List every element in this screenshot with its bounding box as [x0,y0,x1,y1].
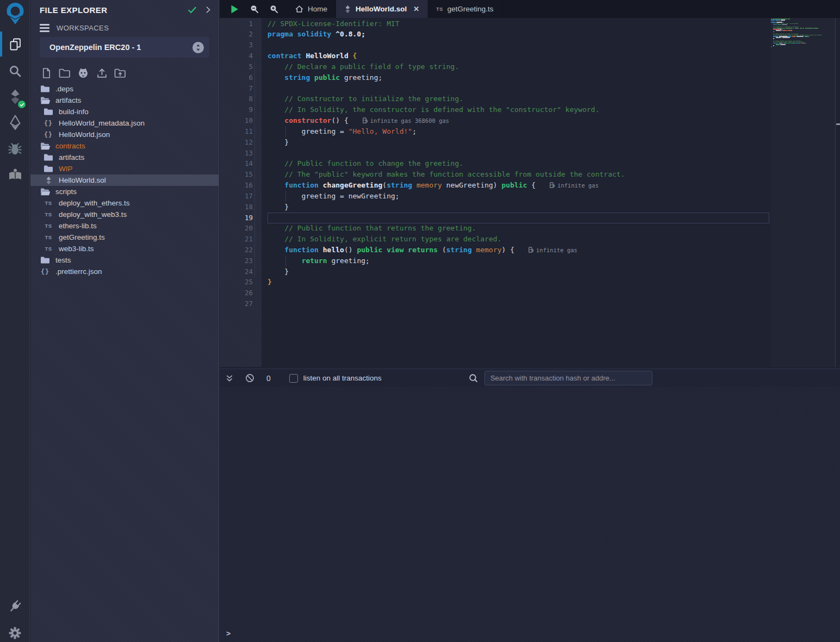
line-number[interactable]: 1 [220,18,253,29]
code-line[interactable]: 4contract HelloWorld { [220,51,840,61]
line-number[interactable]: 24 [220,266,253,277]
zoom-in-icon[interactable] [267,3,279,15]
tree-item-wip[interactable]: WIP [30,163,219,174]
sidebar-item-plugin-manager[interactable] [0,594,30,619]
terminal-search-input[interactable] [484,371,652,385]
line-number[interactable]: 19 [220,213,253,223]
line-number[interactable]: 2 [220,29,253,40]
tree-item-prettierrc-json[interactable]: {}.prettierrc.json [30,266,219,277]
github-icon[interactable] [77,66,90,79]
line-number[interactable]: 8 [220,94,253,104]
code-line[interactable]: 8 // Constructor to initialize the greet… [220,94,840,104]
code-line[interactable]: 15 // The "public" keyword makes the fun… [220,169,840,180]
sidebar-item-deploy-run[interactable] [0,110,30,135]
tree-item-helloworld-metadata-json[interactable]: {}HelloWorld_metadata.json [30,117,219,129]
terminal-clear-icon[interactable] [245,373,254,383]
workspace-select[interactable]: OpenZeppelin ERC20 - 1 [40,37,209,58]
line-number[interactable]: 23 [220,255,253,266]
code-line[interactable]: 24 } [220,266,840,277]
new-folder-icon[interactable] [58,66,71,79]
line-number[interactable]: 10 [220,115,253,126]
workspaces-menu-icon[interactable] [40,24,49,32]
code-line[interactable]: 10 constructor() {infinite gas 368600 ga… [220,115,840,126]
line-number[interactable]: 13 [220,148,253,159]
sidebar-item-solidity-compiler[interactable] [0,84,30,109]
remix-logo[interactable] [0,1,30,27]
line-number[interactable]: 5 [220,61,253,72]
line-number[interactable]: 25 [220,277,253,288]
line-number[interactable]: 26 [220,288,253,298]
code-line[interactable]: 17 greeting = newGreeting; [220,191,840,202]
line-number[interactable]: 4 [220,51,253,61]
line-number[interactable]: 9 [220,104,253,115]
line-number[interactable]: 20 [220,223,253,234]
line-number[interactable]: 7 [220,83,253,94]
code-line[interactable]: 26 [220,288,840,298]
tree-item-deploy-with-ethers-ts[interactable]: TSdeploy_with_ethers.ts [30,197,219,209]
code-line[interactable]: 13 [220,148,840,159]
zoom-out-icon[interactable] [248,3,260,15]
tab-getgreeting-ts[interactable]: TSgetGreeting.ts [428,0,502,18]
tree-item-tests[interactable]: tests [30,254,219,266]
line-number[interactable]: 11 [220,126,253,137]
sidebar-item-settings[interactable] [0,620,30,642]
line-number[interactable]: 22 [220,245,253,255]
tree-item-build-info[interactable]: build-info [30,106,219,117]
close-icon[interactable]: ✕ [413,5,419,13]
tree-item-deploy-with-web3-ts[interactable]: TSdeploy_with_web3.ts [30,209,219,220]
code-line[interactable]: 25} [220,277,840,288]
tree-item-scripts[interactable]: scripts [30,186,219,197]
line-number[interactable]: 14 [220,158,253,169]
tree-item-web3-lib-ts[interactable]: TSweb3-lib.ts [30,243,219,254]
line-number[interactable]: 12 [220,137,253,148]
code-line[interactable]: 12 } [220,137,840,148]
sidebar-item-debugger[interactable] [0,136,30,161]
tab-home[interactable]: Home [287,0,336,18]
code-line[interactable]: 5 // Declare a public field of type stri… [220,61,840,72]
tree-item-contracts[interactable]: contracts [30,140,219,152]
tab-helloworld-sol[interactable]: HelloWorld.sol✕ [336,0,428,18]
sidebar-item-search[interactable] [0,58,30,83]
minimap[interactable] [771,18,835,367]
upload-file-icon[interactable] [95,66,108,79]
listen-transactions-checkbox[interactable] [289,374,298,383]
code-line[interactable]: 20 // Public function that returns the g… [220,223,840,234]
line-number[interactable]: 15 [220,169,253,180]
chevron-right-icon[interactable] [204,6,212,14]
tree-item-artifacts[interactable]: artifacts [30,95,219,106]
tree-item-ethers-lib-ts[interactable]: TSethers-lib.ts [30,220,219,232]
code-line[interactable]: 11 greeting = "Hello, World!"; [220,126,840,137]
tree-item-getgreeting-ts[interactable]: TSgetGreeting.ts [30,232,219,243]
code-line[interactable]: 6 string public greeting; [220,72,840,83]
terminal-output[interactable]: > [220,387,840,642]
tree-item-deps[interactable]: .deps [30,83,219,95]
run-script-button[interactable] [228,3,240,15]
code-line[interactable]: 2pragma solidity ^0.8.0; [220,29,840,40]
code-line[interactable]: 23 return greeting; [220,255,840,266]
code-line[interactable]: 7 [220,83,840,94]
line-number[interactable]: 21 [220,234,253,245]
code-line[interactable]: 16 function changeGreeting(string memory… [220,180,840,191]
code-editor[interactable]: 1// SPDX-License-Identifier: MIT2pragma … [220,18,840,369]
tree-item-artifacts[interactable]: artifacts [30,152,219,163]
code-line[interactable]: 14 // Public function to change the gree… [220,158,840,169]
tree-item-helloworld-json[interactable]: {}HelloWorld.json [30,129,219,140]
editor-scrollbar-thumb[interactable] [836,123,840,125]
terminal-collapse-icon[interactable] [225,374,234,383]
new-file-icon[interactable] [40,66,53,79]
code-line[interactable]: 9 // In Solidity, the constructor is def… [220,104,840,115]
code-line[interactable]: 22 function hello() public view returns … [220,245,840,255]
line-number[interactable]: 16 [220,180,253,191]
line-number[interactable]: 6 [220,72,253,83]
sidebar-item-file-explorer[interactable] [0,32,30,57]
tree-item-helloworld-sol[interactable]: HelloWorld.sol [30,174,219,186]
code-line[interactable]: 3 [220,40,840,51]
code-line[interactable]: 1// SPDX-License-Identifier: MIT [220,18,840,29]
code-line[interactable]: 27 [220,298,840,309]
code-line[interactable]: 18 } [220,202,840,213]
line-number[interactable]: 3 [220,40,253,51]
code-line[interactable]: 21 // In Solidity, explicit return types… [220,234,840,245]
upload-folder-icon[interactable] [114,66,127,79]
line-number[interactable]: 17 [220,191,253,202]
line-number[interactable]: 18 [220,202,253,213]
